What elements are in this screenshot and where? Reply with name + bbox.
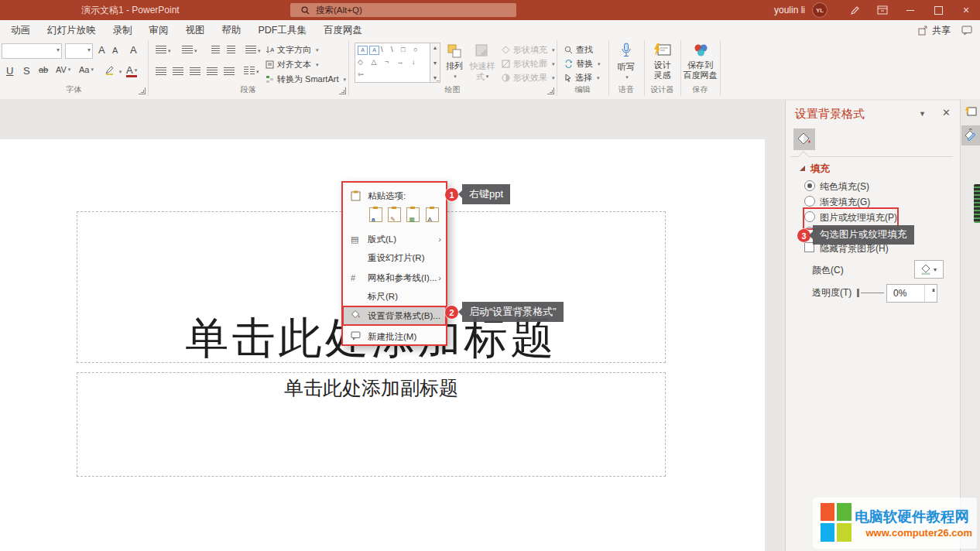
text-direction-button[interactable]: A 文字方向 [266, 44, 319, 56]
numbering-icon[interactable] [182, 45, 197, 56]
group-label-save: 保存 [680, 84, 720, 95]
paste-use-theme-icon[interactable] [369, 207, 382, 222]
underline-icon[interactable]: U [6, 65, 13, 77]
paragraph-dialog-launcher[interactable] [339, 87, 346, 94]
font-dialog-launcher[interactable] [139, 87, 146, 94]
align-text-button[interactable]: 对齐文本 [266, 59, 319, 70]
paste-keep-formatting-icon[interactable] [388, 207, 401, 222]
paste-text-only-icon[interactable] [426, 207, 439, 222]
bullets-icon[interactable] [156, 45, 171, 56]
shadow-icon[interactable]: S [23, 65, 30, 77]
shape-effects-button[interactable]: 形状效果 [502, 72, 555, 84]
shape-gallery[interactable]: AA\ \ □ ○ ◇ △ ¬ → ↓ ⇦ ▭ ~ ( ) { } [355, 43, 430, 83]
transparency-slider-thumb[interactable] [857, 289, 859, 297]
site-url: www.computer26.com [866, 527, 973, 539]
subtitle-placeholder-text: 单击此处添加副标题 [284, 375, 458, 401]
transparency-slider-track[interactable] [861, 293, 884, 293]
menu-item-format-background[interactable]: 设置背景格式(B)... [343, 306, 446, 325]
fill-section-header[interactable]: 填充 [810, 163, 830, 176]
shape-gallery-scroll[interactable]: ▲▼▼̲ [430, 43, 440, 83]
dictate-button[interactable]: 听写 [612, 43, 641, 83]
shape-row-2[interactable]: ◇ △ ¬ → ↓ ⇦ [358, 56, 430, 80]
decrease-font-icon[interactable]: A [112, 46, 118, 55]
highlight-color-icon[interactable] [105, 65, 122, 77]
tab-slideshow[interactable]: 幻灯片放映 [47, 24, 96, 37]
tab-help[interactable]: 帮助 [222, 24, 242, 37]
justify-icon[interactable] [207, 67, 218, 78]
share-button[interactable]: 共享 [918, 24, 951, 37]
align-center-icon[interactable] [173, 67, 183, 78]
color-picker-button[interactable]: ▾ [914, 260, 944, 279]
menu-item-layout[interactable]: ▤ 版式(L) › [343, 231, 446, 248]
paste-as-picture-icon[interactable] [406, 207, 420, 222]
collapse-ribbon-icon[interactable]: ⌃ [968, 127, 974, 135]
columns-icon[interactable] [244, 67, 259, 77]
ribbon-display-options-icon[interactable] [869, 0, 896, 20]
restore-button[interactable] [924, 0, 952, 20]
line-spacing-icon[interactable] [245, 45, 261, 56]
pane-close-icon[interactable]: ✕ [942, 107, 951, 118]
textbox-v-shape-icon[interactable]: A [369, 46, 379, 55]
minimize-button[interactable] [896, 0, 924, 20]
save-to-netdisk-button[interactable]: 保存到百度网盘 [682, 43, 718, 80]
decrease-indent-icon[interactable] [211, 45, 220, 56]
tab-record[interactable]: 录制 [113, 24, 132, 37]
group-label-designer: 设计器 [644, 84, 680, 95]
dictate-mic-icon [620, 43, 632, 60]
comment-icon[interactable] [961, 26, 972, 36]
tab-baidu-netdisk[interactable]: 百度网盘 [324, 24, 362, 37]
designer-pane-tab-icon[interactable] [963, 104, 978, 119]
align-left-icon[interactable] [156, 67, 166, 78]
menu-item-reset-slide[interactable]: 重设幻灯片(R) [343, 249, 446, 266]
clear-formatting-icon[interactable]: A [130, 44, 137, 56]
font-size-combo[interactable] [65, 43, 93, 59]
search-box[interactable]: 搜索(Alt+Q) [290, 3, 516, 17]
distribute-icon[interactable] [224, 67, 235, 78]
fill-tool-button[interactable] [793, 128, 815, 150]
tab-animation[interactable]: 动画 [11, 24, 30, 37]
tab-pdf-tools[interactable]: PDF工具集 [259, 24, 307, 37]
character-spacing-icon[interactable]: AV [56, 65, 70, 74]
quick-styles-button[interactable]: 快速样式 [466, 43, 499, 82]
tab-view[interactable]: 视图 [186, 24, 205, 37]
shape-outline-button[interactable]: 形状轮廓 [502, 58, 555, 70]
color-label: 颜色(C) [812, 264, 844, 277]
spinner-arrows[interactable]: ▲▼ [924, 285, 937, 302]
tab-review[interactable]: 审阅 [149, 24, 169, 37]
layout-icon: ▤ [351, 234, 362, 245]
fill-section-collapse-icon[interactable] [800, 166, 805, 171]
strikethrough-icon[interactable]: ab [39, 65, 48, 74]
menu-item-ruler[interactable]: 标尺(R) [343, 288, 446, 305]
spin-down-icon[interactable]: ▼ [931, 288, 936, 293]
menu-item-grid-guides[interactable]: # 网格和参考线(I)... › [343, 269, 446, 286]
close-button[interactable]: × [952, 0, 980, 20]
shape-row-1[interactable]: \ \ □ ○ [381, 46, 420, 53]
select-button[interactable]: 选择 [564, 72, 600, 84]
increase-font-icon[interactable]: A [98, 44, 105, 56]
avatar[interactable]: YL [813, 3, 827, 17]
textbox-shape-icon[interactable]: A [358, 46, 368, 55]
floating-widget[interactable] [974, 184, 980, 223]
pane-options-chevron-icon[interactable]: ▼ [919, 110, 926, 118]
replace-button[interactable]: 替换 [564, 58, 601, 70]
increase-indent-icon[interactable] [227, 45, 235, 56]
shape-fill-button[interactable]: 形状填充 [502, 44, 555, 56]
group-designer: 设计灵感 设计器 [644, 40, 681, 96]
radio-solid-fill[interactable]: 纯色填充(S) [820, 180, 869, 193]
drawing-dialog-launcher[interactable] [547, 87, 554, 94]
arrange-button[interactable]: 排列 [443, 43, 466, 82]
convert-smartart-button[interactable]: 转换为 SmartArt [266, 74, 346, 85]
design-ideas-button[interactable]: 设计灵感 [647, 43, 677, 80]
subtitle-placeholder[interactable]: 单击此处添加副标题 [77, 372, 666, 477]
align-right-icon[interactable] [190, 67, 200, 78]
group-voice: 听写 语音 [608, 40, 645, 96]
shape-row-3[interactable]: ▭ ~ ( ) { } [358, 80, 430, 83]
find-button[interactable]: 查找 [564, 44, 593, 56]
transparency-spinbox[interactable]: 0% ▲▼ [886, 284, 937, 303]
title-bar: 演示文稿1 - PowerPoint 搜索(Alt+Q) youlin li Y… [0, 0, 980, 20]
font-name-combo[interactable] [2, 43, 62, 59]
change-case-icon[interactable]: Aa [79, 65, 94, 74]
menu-item-new-comment[interactable]: 新建批注(M) [343, 328, 446, 345]
font-color-icon[interactable]: A [126, 65, 137, 77]
pen-tools-icon[interactable] [841, 0, 869, 20]
